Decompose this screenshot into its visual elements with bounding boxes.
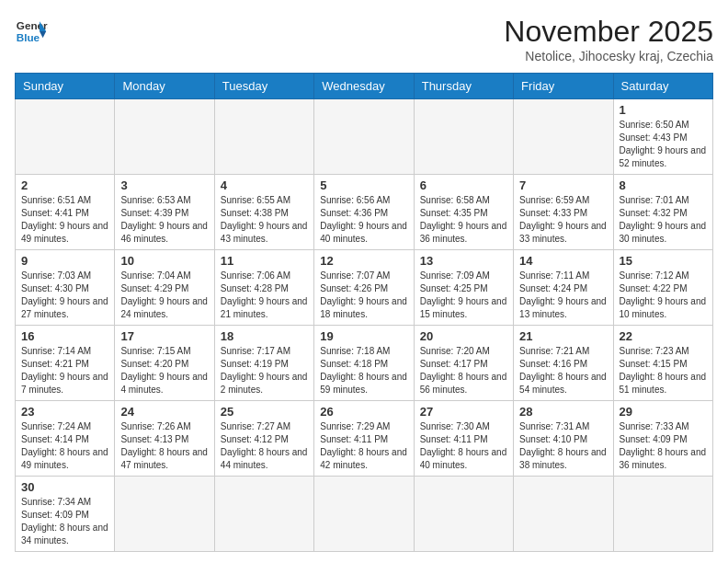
calendar-cell: 14Sunrise: 7:11 AM Sunset: 4:24 PM Dayli… — [514, 250, 613, 326]
day-info: Sunrise: 6:50 AM Sunset: 4:43 PM Dayligh… — [620, 119, 707, 170]
calendar-cell: 9Sunrise: 7:03 AM Sunset: 4:30 PM Daylig… — [16, 250, 115, 326]
weekday-header-wednesday: Wednesday — [314, 74, 414, 99]
day-number: 2 — [21, 178, 108, 192]
page-container: General Blue November 2025 Netolice, Jih… — [15, 15, 713, 552]
calendar-cell — [514, 477, 613, 552]
day-info: Sunrise: 7:17 AM Sunset: 4:19 PM Dayligh… — [221, 345, 308, 396]
calendar-cell: 25Sunrise: 7:27 AM Sunset: 4:12 PM Dayli… — [214, 401, 313, 477]
logo-icon: General Blue — [15, 15, 48, 48]
day-number: 15 — [620, 254, 707, 268]
calendar-cell: 4Sunrise: 6:55 AM Sunset: 4:38 PM Daylig… — [214, 175, 313, 250]
day-info: Sunrise: 6:51 AM Sunset: 4:41 PM Dayligh… — [21, 194, 108, 246]
calendar-cell: 28Sunrise: 7:31 AM Sunset: 4:10 PM Dayli… — [514, 401, 613, 477]
day-info: Sunrise: 7:24 AM Sunset: 4:14 PM Dayligh… — [21, 420, 108, 472]
calendar-cell — [115, 99, 214, 175]
subtitle: Netolice, Jihocesky kraj, Czechia — [504, 49, 713, 63]
day-number: 13 — [420, 254, 507, 268]
title-section: November 2025 Netolice, Jihocesky kraj, … — [504, 15, 713, 63]
calendar-cell — [314, 99, 414, 175]
day-number: 24 — [120, 405, 208, 419]
calendar-header: SundayMondayTuesdayWednesdayThursdayFrid… — [16, 74, 713, 99]
calendar-cell — [314, 477, 414, 552]
day-number: 25 — [221, 405, 308, 419]
svg-text:Blue: Blue — [17, 31, 40, 43]
calendar-week-4: 23Sunrise: 7:24 AM Sunset: 4:14 PM Dayli… — [16, 401, 713, 477]
day-info: Sunrise: 7:30 AM Sunset: 4:11 PM Dayligh… — [420, 420, 507, 472]
calendar-week-1: 2Sunrise: 6:51 AM Sunset: 4:41 PM Daylig… — [16, 175, 713, 250]
day-number: 4 — [221, 178, 308, 192]
calendar-cell — [214, 99, 313, 175]
day-number: 5 — [320, 178, 407, 192]
calendar-cell: 29Sunrise: 7:33 AM Sunset: 4:09 PM Dayli… — [613, 401, 712, 477]
weekday-header-thursday: Thursday — [414, 74, 513, 99]
day-number: 19 — [320, 329, 407, 343]
calendar-cell: 23Sunrise: 7:24 AM Sunset: 4:14 PM Dayli… — [16, 401, 115, 477]
day-info: Sunrise: 7:31 AM Sunset: 4:10 PM Dayligh… — [519, 420, 607, 472]
day-number: 20 — [420, 329, 507, 343]
calendar-cell — [514, 99, 613, 175]
day-number: 1 — [620, 103, 707, 117]
calendar-cell — [613, 477, 712, 552]
day-info: Sunrise: 6:58 AM Sunset: 4:35 PM Dayligh… — [420, 194, 507, 246]
day-info: Sunrise: 7:29 AM Sunset: 4:11 PM Dayligh… — [320, 420, 407, 472]
day-info: Sunrise: 7:09 AM Sunset: 4:25 PM Dayligh… — [420, 270, 507, 321]
day-info: Sunrise: 7:06 AM Sunset: 4:28 PM Dayligh… — [221, 270, 308, 321]
calendar-cell: 8Sunrise: 7:01 AM Sunset: 4:32 PM Daylig… — [613, 175, 712, 250]
weekday-header-friday: Friday — [514, 74, 613, 99]
day-info: Sunrise: 7:15 AM Sunset: 4:20 PM Dayligh… — [120, 345, 208, 396]
day-number: 23 — [21, 405, 108, 419]
calendar-cell: 5Sunrise: 6:56 AM Sunset: 4:36 PM Daylig… — [314, 175, 414, 250]
day-info: Sunrise: 7:07 AM Sunset: 4:26 PM Dayligh… — [320, 270, 407, 321]
day-number: 11 — [221, 254, 308, 268]
calendar-cell: 30Sunrise: 7:34 AM Sunset: 4:09 PM Dayli… — [16, 477, 115, 552]
day-number: 16 — [21, 329, 108, 343]
day-info: Sunrise: 7:23 AM Sunset: 4:15 PM Dayligh… — [620, 345, 707, 396]
weekday-header-saturday: Saturday — [613, 74, 712, 99]
day-info: Sunrise: 7:33 AM Sunset: 4:09 PM Dayligh… — [620, 420, 707, 472]
calendar-cell: 6Sunrise: 6:58 AM Sunset: 4:35 PM Daylig… — [414, 175, 513, 250]
calendar-cell — [414, 99, 513, 175]
day-number: 30 — [21, 480, 108, 494]
day-number: 22 — [620, 329, 707, 343]
calendar-cell: 7Sunrise: 6:59 AM Sunset: 4:33 PM Daylig… — [514, 175, 613, 250]
weekday-header-tuesday: Tuesday — [214, 74, 313, 99]
day-info: Sunrise: 7:34 AM Sunset: 4:09 PM Dayligh… — [21, 496, 108, 547]
calendar-table: SundayMondayTuesdayWednesdayThursdayFrid… — [15, 73, 713, 552]
calendar-cell — [414, 477, 513, 552]
day-info: Sunrise: 7:11 AM Sunset: 4:24 PM Dayligh… — [519, 270, 607, 321]
calendar-cell: 26Sunrise: 7:29 AM Sunset: 4:11 PM Dayli… — [314, 401, 414, 477]
calendar-cell: 1Sunrise: 6:50 AM Sunset: 4:43 PM Daylig… — [613, 99, 712, 175]
day-number: 6 — [420, 178, 507, 192]
day-info: Sunrise: 7:27 AM Sunset: 4:12 PM Dayligh… — [221, 420, 308, 472]
month-title: November 2025 — [504, 15, 713, 49]
day-info: Sunrise: 7:03 AM Sunset: 4:30 PM Dayligh… — [21, 270, 108, 321]
day-number: 29 — [620, 405, 707, 419]
calendar-cell: 12Sunrise: 7:07 AM Sunset: 4:26 PM Dayli… — [314, 250, 414, 326]
day-info: Sunrise: 6:53 AM Sunset: 4:39 PM Dayligh… — [120, 194, 208, 246]
day-info: Sunrise: 7:12 AM Sunset: 4:22 PM Dayligh… — [620, 270, 707, 321]
calendar-cell: 20Sunrise: 7:20 AM Sunset: 4:17 PM Dayli… — [414, 326, 513, 401]
calendar-cell: 11Sunrise: 7:06 AM Sunset: 4:28 PM Dayli… — [214, 250, 313, 326]
day-number: 8 — [620, 178, 707, 192]
calendar-cell: 10Sunrise: 7:04 AM Sunset: 4:29 PM Dayli… — [115, 250, 214, 326]
calendar-cell: 22Sunrise: 7:23 AM Sunset: 4:15 PM Dayli… — [613, 326, 712, 401]
day-info: Sunrise: 7:26 AM Sunset: 4:13 PM Dayligh… — [120, 420, 208, 472]
calendar-cell: 15Sunrise: 7:12 AM Sunset: 4:22 PM Dayli… — [613, 250, 712, 326]
day-number: 28 — [519, 405, 607, 419]
day-number: 3 — [120, 178, 208, 192]
day-number: 12 — [320, 254, 407, 268]
logo: General Blue — [15, 15, 48, 48]
day-info: Sunrise: 6:55 AM Sunset: 4:38 PM Dayligh… — [221, 194, 308, 246]
day-info: Sunrise: 7:21 AM Sunset: 4:16 PM Dayligh… — [519, 345, 607, 396]
calendar-cell: 2Sunrise: 6:51 AM Sunset: 4:41 PM Daylig… — [16, 175, 115, 250]
day-info: Sunrise: 6:59 AM Sunset: 4:33 PM Dayligh… — [519, 194, 607, 246]
day-info: Sunrise: 7:20 AM Sunset: 4:17 PM Dayligh… — [420, 345, 507, 396]
day-number: 18 — [221, 329, 308, 343]
day-info: Sunrise: 6:56 AM Sunset: 4:36 PM Dayligh… — [320, 194, 407, 246]
day-number: 21 — [519, 329, 607, 343]
day-info: Sunrise: 7:04 AM Sunset: 4:29 PM Dayligh… — [120, 270, 208, 321]
weekday-header-row: SundayMondayTuesdayWednesdayThursdayFrid… — [16, 74, 713, 99]
calendar-cell: 19Sunrise: 7:18 AM Sunset: 4:18 PM Dayli… — [314, 326, 414, 401]
day-number: 17 — [120, 329, 208, 343]
weekday-header-monday: Monday — [115, 74, 214, 99]
